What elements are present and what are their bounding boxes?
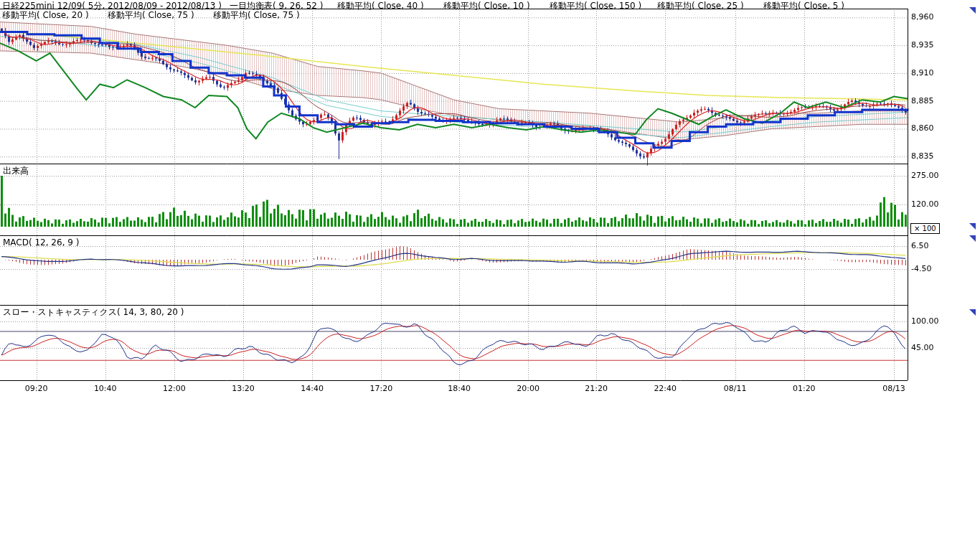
time-axis-label: 01:20 — [788, 384, 821, 393]
chart-application: 日経225mini 12/09( 5分, 2012/08/09 - 2012/0… — [0, 0, 980, 551]
indicator-label-ma40: 移動平均( Close, 40 ) — [337, 1, 424, 11]
time-axis-label: 20:00 — [512, 384, 545, 393]
time-axis-label: 09:20 — [20, 384, 53, 393]
indicator-label-ma20: 移動平均( Close, 20 ) — [2, 11, 89, 20]
price-axis-label: 8,960 — [911, 12, 934, 22]
time-axis-label: 13:20 — [227, 384, 260, 393]
time-axis-label: 14:40 — [296, 384, 329, 393]
chart-canvas[interactable] — [0, 0, 980, 402]
time-axis-label: 22:40 — [649, 384, 682, 393]
indicator-label-ma25: 移動平均( Close, 25 ) — [657, 1, 744, 11]
stoch-axis-label: 100.00 — [911, 316, 939, 326]
time-axis-label: 08/11 — [719, 384, 752, 393]
time-axis-label: 18:40 — [443, 384, 476, 393]
indicator-label-ma150: 移動平均( Close, 150 ) — [550, 1, 641, 11]
time-axis-label: 12:00 — [158, 384, 191, 393]
volume-multiplier-badge: × 100 — [910, 223, 940, 234]
price-axis-label: 8,885 — [911, 96, 934, 105]
macd-axis-label: 6.50 — [911, 241, 929, 250]
indicator-label-ma75b: 移動平均( Close, 75 ) — [213, 11, 300, 20]
panel-scroll-arrow-icon[interactable] — [969, 309, 976, 316]
macd-panel-label: MACD( 12, 26, 9 ) — [3, 237, 79, 248]
panel-scroll-arrow-icon[interactable] — [969, 223, 976, 230]
macd-axis-label: -4.50 — [911, 264, 931, 273]
time-axis-label: 17:20 — [364, 384, 397, 393]
stoch-panel-label: スロー・ストキャスティクス( 14, 3, 80, 20 ) — [3, 306, 184, 319]
volume-axis-label: 120.00 — [911, 199, 939, 209]
price-axis-label: 8,835 — [911, 151, 934, 161]
indicator-label-ma10: 移動平均( Close, 10 ) — [443, 1, 530, 11]
volume-panel-label: 出来高 — [3, 165, 29, 177]
price-axis-label: 8,860 — [911, 123, 934, 133]
volume-axis-label: 275.00 — [911, 171, 939, 180]
time-axis-label: 21:20 — [580, 384, 613, 393]
time-axis-label: 08/13 — [877, 384, 910, 393]
price-axis-label: 8,935 — [911, 40, 934, 50]
stoch-axis-label: 45.00 — [911, 343, 934, 352]
indicator-label-ma75a: 移動平均( Close, 75 ) — [108, 11, 194, 20]
panel-scroll-arrow-icon[interactable] — [969, 235, 976, 242]
indicator-label-ma5: 移動平均( Close, 5 ) — [763, 1, 844, 11]
time-axis-label: 10:40 — [89, 384, 122, 393]
price-axis-label: 8,910 — [911, 68, 934, 77]
panel-scroll-arrow-icon[interactable] — [969, 7, 976, 14]
